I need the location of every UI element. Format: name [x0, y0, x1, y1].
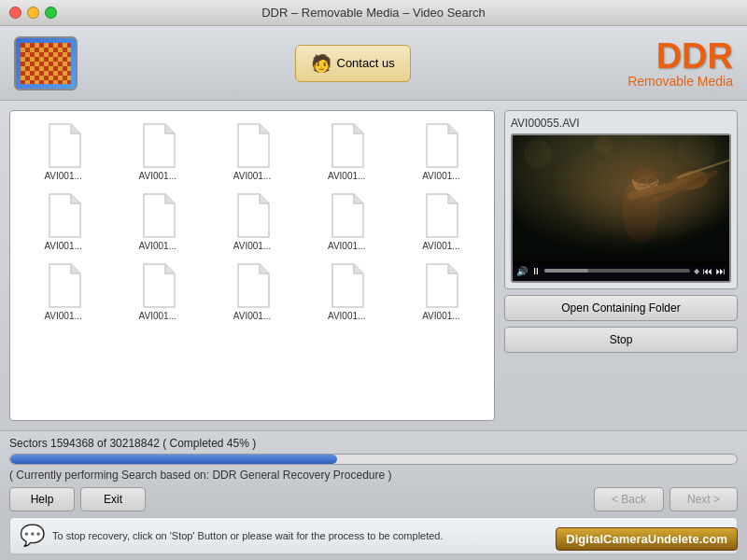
- file-icon: [422, 262, 459, 309]
- file-item[interactable]: AVI001...: [18, 189, 108, 255]
- file-item[interactable]: AVI001...: [396, 189, 486, 255]
- button-row: Help Exit < Back Next >: [9, 487, 738, 511]
- maximize-button[interactable]: [45, 7, 57, 19]
- video-overlay: [513, 135, 729, 266]
- preview-filename: AVI00055.AVI: [511, 117, 731, 130]
- file-icon: [139, 192, 176, 239]
- file-icon: [233, 122, 271, 169]
- stop-button[interactable]: Stop: [504, 327, 738, 353]
- btn-group-left: Help Exit: [9, 487, 146, 511]
- file-label: AVI001...: [139, 311, 176, 321]
- file-label: AVI001...: [422, 171, 459, 181]
- info-message: To stop recovery, click on 'Stop' Button…: [52, 530, 444, 541]
- window-title: DDR – Removable Media – Video Search: [261, 6, 486, 20]
- btn-group-right: < Back Next >: [594, 487, 738, 511]
- file-label: AVI001...: [233, 241, 271, 251]
- brand-name: DDR: [627, 38, 733, 74]
- bottom-section: Sectors 1594368 of 30218842 ( Completed …: [0, 430, 747, 517]
- right-panel: AVI00055.AVI: [504, 110, 738, 421]
- file-item[interactable]: AVI001...: [396, 259, 486, 325]
- open-containing-folder-button[interactable]: Open Containing Folder: [504, 295, 738, 321]
- file-icon: [422, 192, 459, 239]
- close-button[interactable]: [9, 7, 21, 19]
- file-item[interactable]: AVI001...: [302, 259, 392, 325]
- file-item[interactable]: AVI001...: [112, 189, 203, 255]
- progress-info: Sectors 1594368 of 30218842 ( Completed …: [9, 437, 738, 450]
- file-label: AVI001...: [44, 241, 81, 251]
- search-info: ( Currently performing Search based on: …: [9, 469, 738, 482]
- contact-button[interactable]: 🧑 Contact us: [295, 45, 411, 82]
- file-item[interactable]: AVI001...: [396, 119, 486, 185]
- app-logo: [14, 36, 78, 91]
- file-icon: [233, 262, 271, 309]
- file-item[interactable]: AVI001...: [112, 119, 203, 185]
- file-icon: [422, 122, 459, 169]
- header: 🧑 Contact us DDR Removable Media: [0, 26, 747, 101]
- file-label: AVI001...: [328, 171, 365, 181]
- exit-button[interactable]: Exit: [80, 487, 146, 511]
- file-label: AVI001...: [139, 241, 176, 251]
- file-label: AVI001...: [422, 311, 459, 321]
- play-pause-icon[interactable]: ⏸: [531, 266, 541, 276]
- file-icon: [328, 262, 365, 309]
- logo-checkerboard: [21, 43, 71, 84]
- file-label: AVI001...: [328, 241, 365, 251]
- brand-subtitle: Removable Media: [627, 74, 733, 89]
- minimize-button[interactable]: [27, 7, 39, 19]
- video-progress-bar[interactable]: [544, 269, 690, 273]
- file-icon: [139, 262, 176, 309]
- file-item[interactable]: AVI001...: [112, 259, 203, 325]
- file-item[interactable]: AVI001...: [302, 119, 392, 185]
- file-label: AVI001...: [422, 241, 459, 251]
- file-icon: [45, 122, 82, 169]
- back-button[interactable]: < Back: [594, 487, 664, 511]
- help-button[interactable]: Help: [9, 487, 75, 511]
- file-icon: [45, 262, 82, 309]
- contact-icon: 🧑: [311, 53, 331, 74]
- brand-area: DDR Removable Media: [627, 38, 733, 89]
- file-label: AVI001...: [328, 311, 365, 321]
- progress-bar-container: [9, 454, 738, 465]
- window-controls: [9, 7, 57, 19]
- video-content: [513, 135, 729, 266]
- content-area: AVI001... AVI001... AVI001...: [0, 101, 747, 430]
- diamond-icon: ◆: [694, 267, 699, 275]
- file-icon: [139, 122, 176, 169]
- info-icon: 💬: [20, 524, 45, 548]
- window-body: 🧑 Contact us DDR Removable Media AVI001.…: [0, 26, 747, 560]
- file-item[interactable]: AVI001...: [18, 119, 108, 185]
- file-label: AVI001...: [139, 171, 176, 181]
- file-item[interactable]: AVI001...: [206, 119, 297, 185]
- video-preview: 🔊 ⏸ ◆ ⏮ ⏭: [511, 133, 731, 283]
- file-label: AVI001...: [44, 311, 81, 321]
- fast-forward-icon[interactable]: ⏭: [716, 266, 726, 276]
- file-grid: AVI001... AVI001... AVI001...: [18, 119, 486, 325]
- file-icon: [328, 192, 365, 239]
- progress-bar-fill: [10, 455, 337, 464]
- watermark: DigitalCameraUndelete.com: [556, 527, 738, 551]
- preview-section: AVI00055.AVI: [504, 110, 738, 289]
- file-label: AVI001...: [233, 311, 271, 321]
- video-progress-fill: [544, 269, 588, 273]
- file-label: AVI001...: [233, 171, 271, 181]
- file-icon: [328, 122, 365, 169]
- contact-label: Contact us: [337, 56, 395, 70]
- rewind-icon[interactable]: ⏮: [703, 266, 712, 276]
- file-icon: [45, 192, 82, 239]
- next-button[interactable]: Next >: [669, 487, 738, 511]
- file-item[interactable]: AVI001...: [206, 259, 297, 325]
- volume-icon[interactable]: 🔊: [516, 266, 528, 276]
- file-icon: [233, 192, 271, 239]
- file-item[interactable]: AVI001...: [302, 189, 392, 255]
- file-item[interactable]: AVI001...: [206, 189, 297, 255]
- video-controls: 🔊 ⏸ ◆ ⏮ ⏭: [513, 260, 729, 281]
- file-grid-container[interactable]: AVI001... AVI001... AVI001...: [9, 110, 495, 421]
- title-bar: DDR – Removable Media – Video Search: [0, 0, 747, 26]
- file-item[interactable]: AVI001...: [18, 259, 108, 325]
- file-label: AVI001...: [44, 171, 81, 181]
